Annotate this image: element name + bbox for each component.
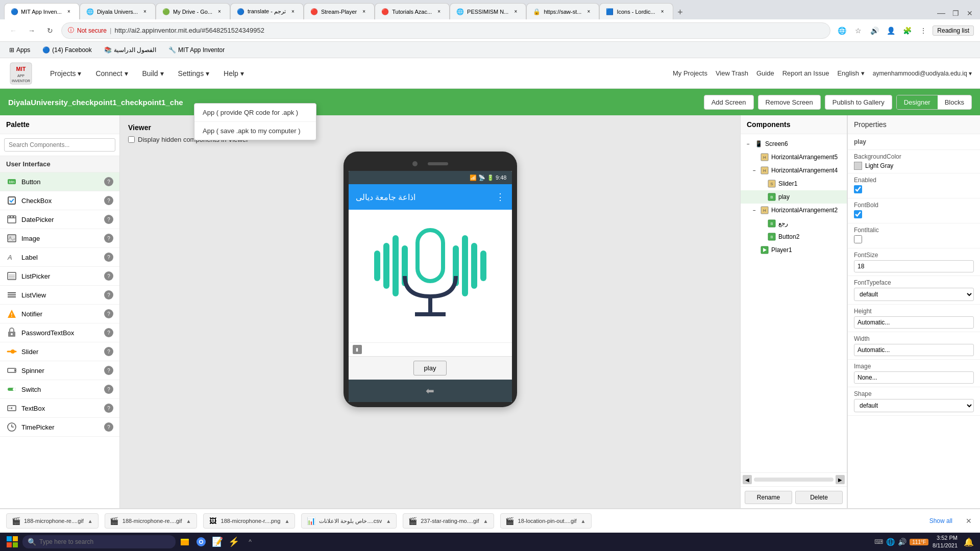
back-button[interactable]: ← — [6, 23, 20, 38]
download-item-5[interactable]: 🎬 237-star-rating-mo....gif ▲ — [403, 513, 494, 529]
tab-2[interactable]: 🌐 Diyala Univers... × — [80, 3, 156, 19]
backgroundcolor-value[interactable]: Light Gray — [854, 162, 974, 170]
download-arrow-6[interactable]: ▲ — [580, 517, 587, 524]
window-close[interactable]: ✕ — [964, 7, 976, 19]
dropdown-qr-code[interactable]: App ( provide QR code for .apk ) — [194, 104, 316, 122]
download-item-2[interactable]: 🎬 188-microphone-re....gif ▲ — [105, 513, 197, 529]
translate-icon[interactable]: 🌐 — [835, 23, 849, 38]
report-issue-link[interactable]: Report an Issue — [782, 69, 829, 77]
fonttypeface-select[interactable]: default serif monospace — [854, 288, 974, 301]
datepicker-help-icon[interactable]: ? — [104, 215, 113, 224]
tab-active[interactable]: 🔵 MIT App Inven... × — [4, 3, 80, 19]
passwordtextbox-help-icon[interactable]: ? — [104, 328, 113, 337]
button-help-icon[interactable]: ? — [104, 177, 113, 186]
slider-help-icon[interactable]: ? — [104, 347, 113, 356]
play-button[interactable]: play — [413, 361, 447, 375]
palette-item-spinner[interactable]: Spinner ? — [0, 361, 119, 380]
comp-button2[interactable]: B Button2 — [741, 230, 847, 243]
download-arrow-3[interactable]: ▲ — [283, 517, 290, 524]
download-arrow-1[interactable]: ▲ — [87, 517, 94, 524]
horarr4-toggle[interactable]: − — [751, 167, 758, 174]
timepicker-help-icon[interactable]: ? — [104, 422, 113, 432]
textbox-help-icon[interactable]: ? — [104, 404, 113, 413]
spinner-help-icon[interactable]: ? — [104, 366, 113, 375]
listpicker-help-icon[interactable]: ? — [104, 271, 113, 281]
bookmark-facebook[interactable]: 🔵 (14) Facebook — [39, 45, 94, 55]
nav-connect[interactable]: Connect ▾ — [89, 65, 134, 82]
label-help-icon[interactable]: ? — [104, 253, 113, 262]
more-menu-icon[interactable]: ⋮ — [916, 23, 930, 38]
taskbar-app-icon[interactable]: ⚡ — [227, 535, 241, 549]
comp-rjw[interactable]: B رجع — [741, 217, 847, 230]
fontsize-input[interactable] — [854, 260, 974, 272]
palette-item-checkbox[interactable]: CheckBox ? — [0, 191, 119, 210]
audio-icon[interactable]: 🔊 — [867, 23, 881, 38]
display-hidden-checkbox[interactable] — [128, 136, 135, 143]
comp-player1[interactable]: Player1 — [741, 243, 847, 257]
tab-close-8[interactable]: × — [584, 8, 593, 16]
tab-close-7[interactable]: × — [511, 8, 520, 16]
nav-projects[interactable]: Projects ▾ — [44, 65, 87, 82]
palette-item-image[interactable]: Image ? — [0, 229, 119, 248]
tab-close-9[interactable]: × — [658, 8, 667, 16]
tab-9[interactable]: 🟦 Icons - Lordic... × — [599, 3, 673, 19]
nav-help[interactable]: Help ▾ — [217, 65, 250, 82]
palette-item-slider[interactable]: Slider ? — [0, 342, 119, 361]
palette-item-timepicker[interactable]: TimePicker ? — [0, 418, 119, 437]
ai-logo[interactable]: MIT APP INVENTOR — [8, 61, 34, 86]
image-help-icon[interactable]: ? — [104, 234, 113, 243]
tab-close-3[interactable]: × — [215, 8, 224, 16]
rename-button[interactable]: Rename — [745, 491, 792, 504]
download-item-6[interactable]: 🎬 18-location-pin-out....gif ▲ — [500, 513, 592, 529]
close-downloads-button[interactable]: ✕ — [964, 515, 974, 527]
taskbar-chrome-icon[interactable] — [194, 535, 208, 549]
taskbar-search-bar[interactable]: 🔍 — [22, 535, 176, 548]
screen6-toggle[interactable]: − — [745, 140, 752, 147]
tab-close-5[interactable]: × — [360, 8, 368, 16]
reload-button[interactable]: ↻ — [43, 23, 57, 38]
download-item-4[interactable]: 📊 خاص بلوحة الاعلانات....csv ▲ — [301, 513, 397, 529]
start-button[interactable] — [4, 535, 20, 549]
nav-settings[interactable]: Settings ▾ — [172, 65, 215, 82]
tab-6[interactable]: 🔴 Tutorials Azac... × — [375, 3, 450, 19]
tab-close-2[interactable]: × — [141, 8, 149, 16]
address-bar[interactable]: ⓘ Not secure | http://ai2.appinventor.mi… — [61, 22, 830, 39]
tab-7[interactable]: 🌐 PESSIMISM N... × — [450, 3, 526, 19]
enabled-checkbox[interactable] — [854, 185, 862, 193]
back-nav-icon[interactable]: ⬅ — [426, 385, 434, 397]
checkbox-help-icon[interactable]: ? — [104, 196, 113, 205]
taskbar-search-input[interactable] — [39, 538, 141, 545]
fontbold-checkbox[interactable] — [854, 210, 862, 218]
listview-help-icon[interactable]: ? — [104, 290, 113, 299]
tab-4[interactable]: 🔵 translate - ترجم × — [230, 3, 304, 19]
comp-horarr2[interactable]: − H HorizontalArrangement2 — [741, 204, 847, 217]
palette-item-label[interactable]: A Label ? — [0, 248, 119, 267]
forward-button[interactable]: → — [24, 23, 39, 38]
tab-close-4[interactable]: × — [289, 8, 297, 16]
palette-search-input[interactable] — [4, 138, 115, 152]
download-arrow-2[interactable]: ▲ — [185, 517, 192, 524]
dropdown-save-apk[interactable]: App ( save .apk to my computer ) — [194, 122, 316, 140]
show-all-downloads-button[interactable]: Show all — [924, 515, 958, 527]
height-input[interactable] — [854, 316, 974, 329]
reading-list-button[interactable]: Reading list — [933, 26, 974, 36]
palette-item-textbox[interactable]: TextBox ? — [0, 399, 119, 418]
tab-close-6[interactable]: × — [435, 8, 443, 16]
download-arrow-4[interactable]: ▲ — [385, 517, 392, 524]
view-trash-link[interactable]: View Trash — [716, 69, 748, 77]
nav-build[interactable]: Build ▾ — [136, 65, 170, 82]
scroll-right-btn[interactable]: ▶ — [836, 475, 845, 484]
scroll-left-btn[interactable]: ◀ — [743, 475, 752, 484]
guide-link[interactable]: Guide — [756, 69, 774, 77]
download-item-3[interactable]: 🖼 188-microphone-r....png ▲ — [203, 513, 296, 529]
palette-item-passwordtextbox[interactable]: PasswordTextBox ? — [0, 323, 119, 342]
palette-item-button[interactable]: btn Button ? — [0, 172, 119, 191]
bookmark-apps[interactable]: ⊞ Apps — [6, 45, 33, 55]
width-input[interactable] — [854, 344, 974, 356]
profile-icon[interactable]: 👤 — [884, 23, 898, 38]
taskbar-word-icon[interactable]: 📝 — [210, 535, 225, 549]
taskbar-explorer-icon[interactable] — [178, 535, 192, 549]
remove-screen-button[interactable]: Remove Screen — [758, 95, 821, 110]
comp-slider1[interactable]: S Slider1 — [741, 177, 847, 190]
bookmark-classroom[interactable]: 📚 الفصول الدراسية — [101, 45, 159, 55]
